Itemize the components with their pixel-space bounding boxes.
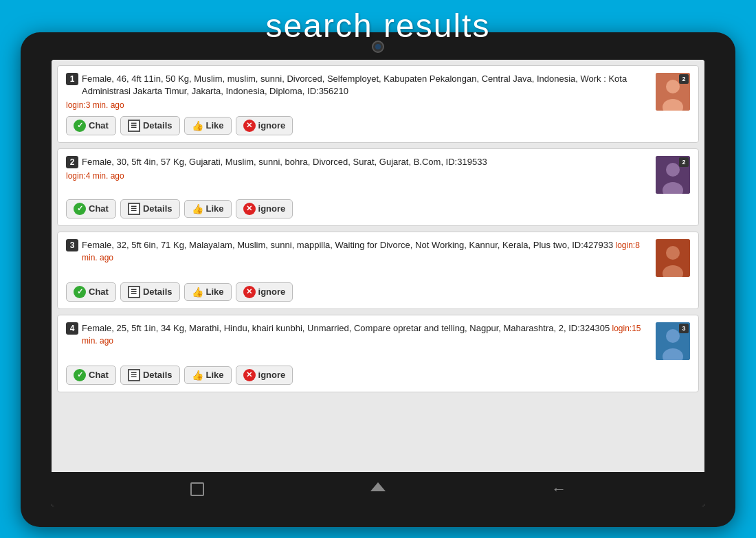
thumb-icon: 👍 [192, 287, 203, 298]
like-button-3[interactable]: 👍 Like [184, 283, 232, 301]
nav-back-button[interactable]: ← [546, 480, 571, 498]
login-time: login:4 min. ago [66, 171, 649, 181]
result-number-4: 4 [66, 322, 78, 335]
result-description-1: Female, 46, 4ft 11in, 50 Kg, Muslim, mus… [82, 73, 649, 98]
chat-check-icon: ✓ [74, 286, 86, 298]
chat-button-1[interactable]: ✓ Chat [66, 116, 116, 135]
chat-check-icon: ✓ [74, 369, 86, 381]
result-number-3: 3 [66, 239, 78, 251]
ignore-x-icon: ✕ [243, 120, 256, 132]
details-icon: ☰ [128, 286, 140, 298]
thumb-icon: 👍 [192, 370, 203, 381]
svg-point-1 [666, 80, 680, 93]
result-description-3: Female, 32, 5ft 6in, 71 Kg, Malayalam, M… [82, 239, 649, 264]
ignore-x-icon: ✕ [243, 203, 256, 215]
result-avatar-1: 2 [656, 73, 690, 111]
result-description-4: Female, 25, 5ft 1in, 34 Kg, Marathi, Hin… [82, 322, 649, 347]
details-icon: ☰ [128, 120, 140, 132]
like-button-2[interactable]: 👍 Like [184, 200, 232, 218]
ignore-button-2[interactable]: ✕ ignore [236, 199, 293, 218]
ignore-x-icon: ✕ [243, 286, 256, 298]
result-number-2: 2 [66, 156, 78, 168]
svg-point-4 [666, 163, 680, 177]
result-card-2: 2 Female, 30, 5ft 4in, 57 Kg, Gujarati, … [57, 148, 699, 226]
details-button-4[interactable]: ☰ Details [120, 366, 180, 385]
login-time: login:8 min. ago [82, 240, 640, 262]
thumb-icon: 👍 [192, 203, 203, 214]
like-button-1[interactable]: 👍 Like [184, 117, 232, 135]
tablet-screen: 1 Female, 46, 4ft 11in, 50 Kg, Muslim, m… [52, 60, 704, 506]
chat-check-icon: ✓ [74, 203, 86, 215]
details-icon: ☰ [128, 369, 140, 381]
like-button-4[interactable]: 👍 Like [184, 366, 232, 384]
camera [372, 41, 384, 53]
ignore-button-4[interactable]: ✕ ignore [236, 366, 293, 385]
chat-button-4[interactable]: ✓ Chat [66, 366, 116, 385]
screen-content: 1 Female, 46, 4ft 11in, 50 Kg, Muslim, m… [52, 60, 704, 472]
chat-button-2[interactable]: ✓ Chat [66, 199, 116, 218]
result-card-1: 1 Female, 46, 4ft 11in, 50 Kg, Muslim, m… [57, 65, 699, 143]
svg-point-10 [666, 329, 680, 343]
tablet-navbar: ← [52, 472, 704, 506]
result-card-4: 4 Female, 25, 5ft 1in, 34 Kg, Marathi, H… [57, 315, 699, 392]
chat-check-icon: ✓ [74, 120, 86, 132]
nav-recent-apps-button[interactable] [185, 480, 210, 498]
ignore-button-3[interactable]: ✕ ignore [236, 282, 293, 302]
page-title: search results [0, 7, 756, 45]
details-button-1[interactable]: ☰ Details [120, 116, 180, 135]
thumb-icon: 👍 [192, 120, 203, 131]
result-card-3: 3 Female, 32, 5ft 6in, 71 Kg, Malayalam,… [57, 232, 699, 309]
result-avatar-4: 3 [656, 322, 690, 360]
result-number-1: 1 [66, 73, 78, 85]
login-time: login:3 min. ago [66, 100, 649, 110]
svg-point-7 [666, 246, 680, 260]
login-time: login:15 min. ago [82, 324, 641, 346]
nav-home-button[interactable] [366, 480, 390, 498]
details-button-3[interactable]: ☰ Details [120, 282, 180, 302]
result-description-2: Female, 30, 5ft 4in, 57 Kg, Gujarati, Mu… [82, 156, 487, 168]
ignore-button-1[interactable]: ✕ ignore [236, 116, 293, 135]
result-avatar-2: 2 [656, 156, 690, 194]
details-button-2[interactable]: ☰ Details [120, 199, 180, 218]
result-avatar-3 [656, 239, 690, 277]
details-icon: ☰ [128, 203, 140, 215]
tablet-outer: 1 Female, 46, 4ft 11in, 50 Kg, Muslim, m… [21, 32, 735, 527]
chat-button-3[interactable]: ✓ Chat [66, 282, 116, 302]
ignore-x-icon: ✕ [243, 369, 256, 381]
